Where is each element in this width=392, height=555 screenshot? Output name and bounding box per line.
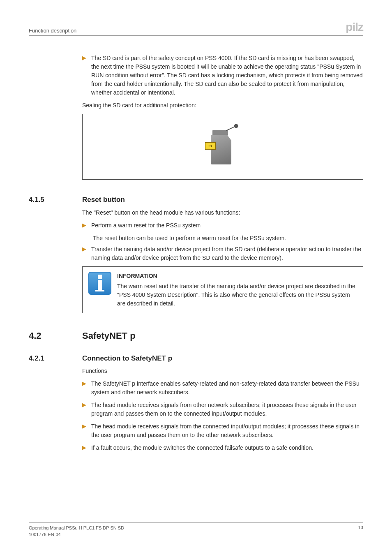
section-number: 4.1.5	[29, 194, 82, 205]
page-header: Function description pilz	[29, 21, 363, 36]
bullet-text: Perform a warm reset for the PSSu system	[91, 221, 363, 230]
bullet-arrow-icon: ▶	[82, 422, 86, 439]
page-footer: Operating Manual PSSu H PLC1 FS DP SN SD…	[29, 522, 363, 538]
bullet-text: The head module receives signals from ot…	[91, 401, 363, 418]
sealing-caption: Sealing the SD card for additional prote…	[82, 101, 363, 110]
sec415-bullet-1-sub: The reset button can be used to perform …	[93, 234, 363, 243]
pilz-logo: pilz	[346, 21, 363, 34]
bullet-text: The head module receives signals from th…	[91, 422, 363, 439]
info-heading: INFORMATION	[117, 272, 357, 280]
info-icon	[88, 272, 111, 295]
sec421-bullet-3: ▶ The head module receives signals from …	[82, 422, 363, 439]
arrow-right-icon: ➔	[205, 142, 216, 150]
sd-card-illustration: ➔	[204, 124, 241, 169]
bullet-arrow-icon: ▶	[82, 245, 86, 262]
bullet-text: The SafetyNET p interface enables safety…	[91, 379, 363, 397]
section-number: 4.2	[29, 329, 82, 342]
intro-bullet: ▶ The SD card is part of the safety conc…	[82, 54, 363, 97]
bullet-arrow-icon: ▶	[82, 444, 86, 452]
footer-page-number: 13	[358, 525, 363, 538]
footer-doc-id: 1001776-EN-04	[29, 532, 124, 538]
bullet-arrow-icon: ▶	[82, 54, 86, 97]
sec421-bullet-4: ▶ If a fault occurs, the module switches…	[82, 444, 363, 452]
info-body: INFORMATION The warm reset and the trans…	[117, 272, 357, 308]
intro-bullet-text: The SD card is part of the safety concep…	[91, 54, 363, 97]
section-title: Reset button	[82, 194, 125, 205]
bullet-arrow-icon: ▶	[82, 221, 86, 230]
sec421-bullet-2: ▶ The head module receives signals from …	[82, 401, 363, 418]
section-4-2-1-heading: 4.2.1 Connection to SafetyNET p	[29, 353, 363, 364]
section-number: 4.2.1	[29, 353, 82, 364]
page-content: ▶ The SD card is part of the safety conc…	[29, 54, 363, 452]
sd-card-figure: ➔	[82, 114, 363, 180]
sec415-bullet-2: ▶ Transfer the naming data and/or device…	[82, 245, 363, 262]
sec415-intro: The "Reset" button on the head module ha…	[82, 208, 363, 217]
sec421-bullet-1: ▶ The SafetyNET p interface enables safe…	[82, 379, 363, 397]
sec421-lead: Functions	[82, 367, 363, 375]
bullet-text: Transfer the naming data and/or device p…	[91, 245, 363, 262]
sec415-bullet-1: ▶ Perform a warm reset for the PSSu syst…	[82, 221, 363, 230]
information-box: INFORMATION The warm reset and the trans…	[82, 266, 363, 313]
bullet-text: If a fault occurs, the module switches t…	[91, 444, 363, 452]
bullet-arrow-icon: ▶	[82, 401, 86, 418]
section-4-1-5-heading: 4.1.5 Reset button	[29, 194, 363, 205]
info-text: The warm reset and the transfer of the n…	[117, 282, 357, 308]
footer-doc-title: Operating Manual PSSu H PLC1 FS DP SN SD	[29, 525, 124, 531]
section-4-2-heading: 4.2 SafetyNET p	[29, 329, 363, 342]
bullet-arrow-icon: ▶	[82, 379, 86, 397]
footer-left: Operating Manual PSSu H PLC1 FS DP SN SD…	[29, 525, 124, 538]
section-title: Connection to SafetyNET p	[82, 353, 172, 364]
section-title: SafetyNET p	[82, 329, 136, 342]
header-section-label: Function description	[29, 28, 76, 34]
